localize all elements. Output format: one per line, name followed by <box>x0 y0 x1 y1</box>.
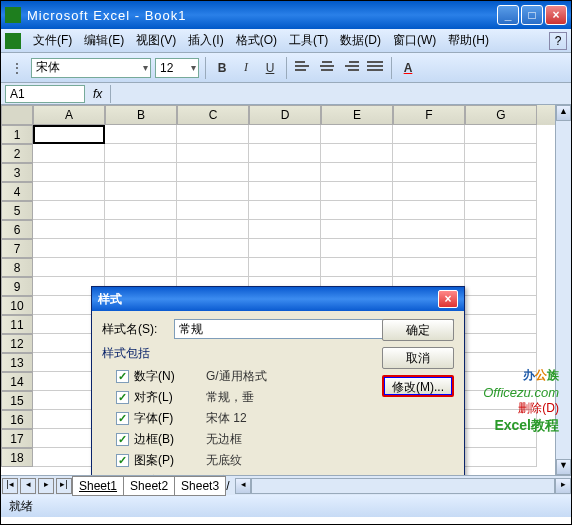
row-header[interactable]: 11 <box>1 315 33 334</box>
col-header[interactable]: D <box>249 105 321 125</box>
cell[interactable] <box>249 258 321 277</box>
cell[interactable] <box>393 182 465 201</box>
dialog-titlebar[interactable]: 样式 × <box>92 287 464 311</box>
font-name-select[interactable]: 宋体 <box>31 58 151 78</box>
name-box[interactable]: A1 <box>5 85 85 103</box>
cell[interactable] <box>465 201 537 220</box>
row-header[interactable]: 14 <box>1 372 33 391</box>
cell[interactable] <box>393 163 465 182</box>
cell[interactable] <box>465 353 537 372</box>
italic-button[interactable]: I <box>236 58 256 78</box>
scroll-right-icon[interactable]: ▸ <box>555 478 571 494</box>
font-color-button[interactable]: A <box>398 58 418 78</box>
cell[interactable] <box>465 391 537 410</box>
cell[interactable] <box>105 125 177 144</box>
cell[interactable] <box>321 182 393 201</box>
cancel-button[interactable]: 取消 <box>382 347 454 369</box>
col-header[interactable]: F <box>393 105 465 125</box>
col-header[interactable]: A <box>33 105 105 125</box>
fx-icon[interactable]: fx <box>93 87 102 101</box>
cell[interactable] <box>465 144 537 163</box>
cell[interactable] <box>465 410 537 429</box>
font-size-select[interactable]: 12 <box>155 58 199 78</box>
scroll-up-icon[interactable]: ▲ <box>556 105 571 121</box>
cell[interactable] <box>177 239 249 258</box>
vertical-scrollbar[interactable]: ▲ ▼ <box>555 105 571 475</box>
formula-input[interactable] <box>110 85 567 103</box>
cell[interactable] <box>177 163 249 182</box>
cell[interactable] <box>321 163 393 182</box>
align-right-button[interactable] <box>341 58 361 78</box>
cell[interactable] <box>249 239 321 258</box>
tab-next-icon[interactable]: ▸ <box>38 478 54 494</box>
cell[interactable] <box>465 296 537 315</box>
cell[interactable] <box>105 201 177 220</box>
tab-first-icon[interactable]: |◂ <box>2 478 18 494</box>
sheet-tab[interactable]: Sheet2 <box>123 476 175 496</box>
cell[interactable] <box>465 334 537 353</box>
cell[interactable] <box>465 125 537 144</box>
row-header[interactable]: 9 <box>1 277 33 296</box>
cell[interactable] <box>249 220 321 239</box>
cell[interactable] <box>249 201 321 220</box>
cell[interactable] <box>177 144 249 163</box>
col-header[interactable]: E <box>321 105 393 125</box>
menu-window[interactable]: 窗口(W) <box>387 30 442 51</box>
menu-data[interactable]: 数据(D) <box>334 30 387 51</box>
tab-last-icon[interactable]: ▸| <box>56 478 72 494</box>
cell[interactable] <box>465 220 537 239</box>
cell[interactable] <box>393 125 465 144</box>
menu-tools[interactable]: 工具(T) <box>283 30 334 51</box>
col-header[interactable]: C <box>177 105 249 125</box>
cell[interactable] <box>105 144 177 163</box>
checkbox[interactable]: ✓ <box>116 412 129 425</box>
sheet-tab[interactable]: Sheet1 <box>72 476 124 496</box>
underline-button[interactable]: U <box>260 58 280 78</box>
row-header[interactable]: 4 <box>1 182 33 201</box>
cell[interactable] <box>33 125 105 144</box>
align-left-button[interactable] <box>293 58 313 78</box>
menu-insert[interactable]: 插入(I) <box>182 30 229 51</box>
cell[interactable] <box>465 163 537 182</box>
cell[interactable] <box>249 182 321 201</box>
cell[interactable] <box>393 144 465 163</box>
cell[interactable] <box>465 372 537 391</box>
cell[interactable] <box>105 163 177 182</box>
close-button[interactable]: × <box>545 5 567 25</box>
cell[interactable] <box>321 125 393 144</box>
cell[interactable] <box>33 163 105 182</box>
cell[interactable] <box>321 220 393 239</box>
cell[interactable] <box>33 239 105 258</box>
cell[interactable] <box>33 182 105 201</box>
cell[interactable] <box>177 258 249 277</box>
cell[interactable] <box>105 182 177 201</box>
checkbox[interactable]: ✓ <box>116 391 129 404</box>
cell[interactable] <box>465 315 537 334</box>
cell[interactable] <box>105 239 177 258</box>
minimize-button[interactable]: _ <box>497 5 519 25</box>
cell[interactable] <box>465 277 537 296</box>
help-icon[interactable]: ? <box>549 32 567 50</box>
cell[interactable] <box>177 125 249 144</box>
cell[interactable] <box>249 144 321 163</box>
menu-help[interactable]: 帮助(H) <box>442 30 495 51</box>
dialog-close-button[interactable]: × <box>438 290 458 308</box>
modify-button[interactable]: 修改(M)... <box>382 375 454 397</box>
row-header[interactable]: 6 <box>1 220 33 239</box>
menu-file[interactable]: 文件(F) <box>27 30 78 51</box>
row-header[interactable]: 8 <box>1 258 33 277</box>
menu-edit[interactable]: 编辑(E) <box>78 30 130 51</box>
cell[interactable] <box>321 239 393 258</box>
row-header[interactable]: 13 <box>1 353 33 372</box>
cell[interactable] <box>249 125 321 144</box>
row-header[interactable]: 10 <box>1 296 33 315</box>
maximize-button[interactable]: □ <box>521 5 543 25</box>
cell[interactable] <box>465 239 537 258</box>
col-header[interactable]: B <box>105 105 177 125</box>
cell[interactable] <box>33 201 105 220</box>
cell[interactable] <box>393 258 465 277</box>
row-header[interactable]: 2 <box>1 144 33 163</box>
cell[interactable] <box>33 144 105 163</box>
row-header[interactable]: 12 <box>1 334 33 353</box>
row-header[interactable]: 17 <box>1 429 33 448</box>
